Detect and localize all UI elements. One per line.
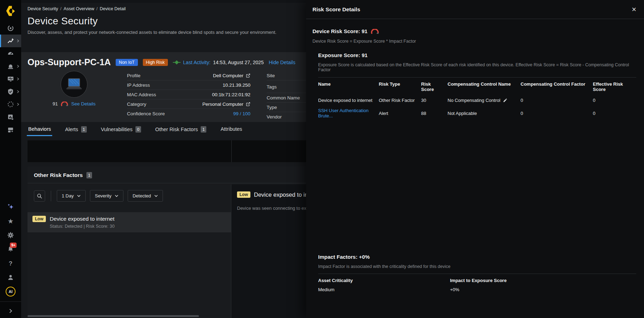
last-activity-label: Last Activity: [183, 60, 211, 65]
detail-label: Confidence Score [127, 111, 165, 116]
detail-label: Vendor [267, 114, 282, 120]
detail-value: 00:1b:71:22:01:92 [212, 92, 250, 97]
column-header: Risk Type [379, 78, 421, 95]
tab-count-badge: 1 [201, 126, 206, 133]
tab-vulnerabilities[interactable]: Vulnerabilities 0 [100, 124, 142, 137]
sidebar-item-ai-assistant[interactable] [0, 200, 21, 214]
table-cell-effective-score: 0 [593, 105, 636, 121]
table-cell-control-name: No Compensating Control [448, 95, 521, 105]
confidence-score-value[interactable]: 99 / 100 [233, 111, 250, 116]
risk-gauge-icon [371, 29, 379, 34]
detail-value[interactable]: Personal Computer [202, 102, 250, 107]
risk-score-formula: Device Risk Score = Exposure Score * Imp… [312, 39, 636, 44]
column-header: Compensating Control Name [448, 78, 521, 95]
impact-table: Asset Criticality Impact to Exposure Sco… [318, 274, 636, 295]
tab-count-badge: 1 [81, 126, 87, 133]
tab-label: Behaviors [28, 126, 51, 132]
time-range-dropdown[interactable]: 1 Day [57, 190, 86, 202]
detail-row-confidence: Confidence Score 99 / 100 [127, 109, 250, 118]
chevron-down-icon [115, 195, 119, 197]
table-cell-criticality: Medium [318, 285, 450, 295]
device-name: Ops-Support-PC-1A [28, 57, 111, 67]
risk-factor-list-item[interactable]: Low Device exposed to internet Status: D… [28, 212, 231, 232]
table-cell-impact: +0% [450, 285, 636, 295]
table-cell-risk-type: Alert [379, 105, 421, 121]
star-icon: ★ [7, 218, 13, 225]
sidebar-item-dashboard[interactable] [0, 47, 21, 60]
exposure-score-title: Exposure Score: 91 [318, 52, 636, 58]
sidebar-item-discover[interactable] [0, 22, 21, 35]
monitor-pulse-icon [7, 75, 14, 82]
risk-factor-status: Status: Detected | Risk Score: 30 [50, 224, 115, 229]
notification-count-badge: 9+ [10, 243, 17, 248]
sparkles-icon [7, 203, 14, 211]
risk-factor-title: Device exposed to internet [50, 216, 115, 222]
close-icon[interactable]: × [632, 6, 636, 13]
shield-check-icon [7, 88, 14, 95]
table-cell-control-factor: 0 [521, 95, 593, 105]
sidebar-item-device-security[interactable] [0, 35, 21, 47]
detail-value[interactable]: Dell Computer [213, 73, 250, 78]
sidebar-item-settings[interactable] [0, 228, 21, 242]
sidebar: ★ [0, 0, 21, 318]
siren-icon [7, 63, 14, 70]
sidebar-item-favorites[interactable]: ★ [0, 214, 21, 228]
tab-behaviors[interactable]: Behaviors [28, 124, 51, 136]
detail-label: IP Address [127, 82, 150, 88]
edit-pencil-icon[interactable] [503, 98, 508, 103]
breadcrumb-separator: / [96, 6, 97, 11]
breadcrumb-asset-overview[interactable]: Asset Overview [63, 6, 94, 11]
dropdown-label: 1 Day [62, 193, 74, 198]
exposure-score-block: Exposure Score: 91 Exposure Score is cal… [318, 52, 636, 121]
breadcrumb-separator: / [60, 6, 61, 11]
table-cell-risk-score: 88 [421, 105, 448, 121]
severity-dropdown[interactable]: Severity [90, 190, 123, 202]
tab-alerts[interactable]: Alerts 1 [64, 124, 87, 137]
gauge-icon [7, 50, 14, 57]
device-risk-score-value: 91 [53, 101, 58, 106]
impact-factors-title: Impact Factors: +0% [318, 254, 636, 260]
hide-details-link[interactable]: Hide Details [269, 60, 295, 65]
sidebar-item-segments[interactable] [0, 98, 21, 111]
detail-row-mac: MAC Address 00:1b:71:22:01:92 [127, 90, 250, 99]
sidebar-item-notifications[interactable]: 9+ [0, 242, 21, 256]
status-dropdown[interactable]: Detected [128, 190, 163, 202]
breadcrumb-device-detail[interactable]: Device Detail [100, 6, 126, 11]
table-cell-risk-type: Other Risk Factor [379, 95, 421, 105]
last-activity-value: 14:53, August 27, 2025 [213, 60, 264, 65]
horizontal-scrollbar[interactable] [28, 315, 199, 317]
chevron-right-icon [9, 308, 12, 313]
column-header: Name [318, 78, 379, 95]
see-details-link[interactable]: See Details [71, 101, 96, 106]
severity-badge: Low [32, 216, 46, 222]
chevron-right-icon [17, 77, 19, 81]
insights-icon [7, 37, 14, 44]
filter-divider [51, 191, 51, 201]
device-risk-score-title: Device Risk Score: 91 [312, 28, 367, 34]
column-divider [231, 140, 232, 162]
sidebar-item-reports[interactable] [0, 111, 21, 123]
sidebar-bottom-group: ★ [0, 200, 21, 318]
gear-icon [7, 232, 14, 239]
sidebar-divider [0, 301, 21, 302]
sidebar-item-policies[interactable] [0, 85, 21, 98]
dropdown-label: Severity [95, 193, 111, 198]
report-chart-icon [7, 114, 14, 121]
table-cell-name-link[interactable]: SSH User Authentication Brute... [318, 105, 379, 121]
sidebar-item-alerts[interactable] [0, 60, 21, 73]
table-cell-name: Device exposed to internet [318, 95, 379, 105]
breadcrumb-device-security[interactable]: Device Security [28, 6, 58, 11]
sidebar-item-ai-badge[interactable]: AI [0, 285, 21, 299]
sidebar-expand-button[interactable] [0, 304, 21, 318]
search-button[interactable] [34, 190, 45, 202]
brand-logo[interactable] [0, 0, 21, 22]
sidebar-item-help[interactable]: ? [0, 256, 21, 270]
sidebar-item-activity-monitor[interactable] [0, 73, 21, 85]
table-cell-risk-score: 30 [421, 95, 448, 105]
laptop-icon [66, 78, 83, 91]
sidebar-item-profile[interactable] [0, 270, 21, 285]
chevron-right-icon [17, 65, 19, 68]
tab-other-risk-factors[interactable]: Other Risk Factors 1 [154, 124, 207, 137]
tab-attributes[interactable]: Attributes [220, 124, 243, 136]
sidebar-item-integrations[interactable] [0, 123, 21, 136]
